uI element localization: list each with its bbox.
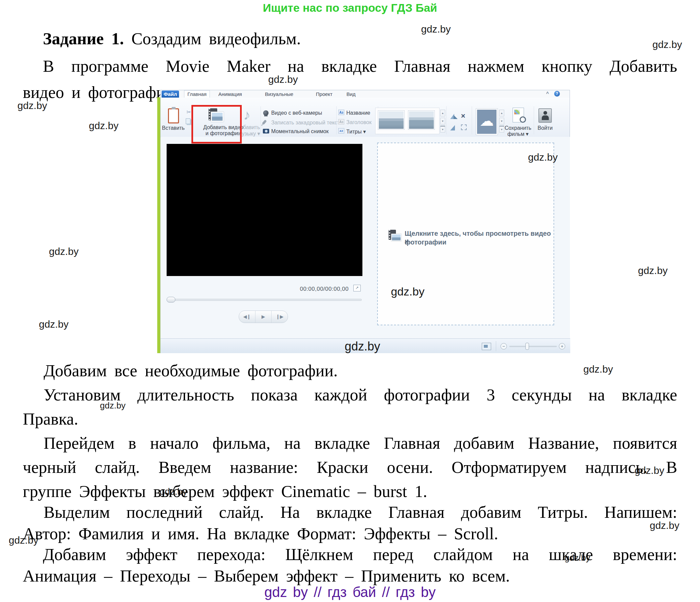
tab-project[interactable]: Проект bbox=[314, 91, 334, 97]
paragraph-line: В программе Movie Maker на вкладке Главн… bbox=[43, 56, 677, 76]
webcam-icon[interactable] bbox=[263, 110, 269, 116]
watermark: gdz.by bbox=[638, 265, 668, 276]
scanned-solution-page: Ищите нас по запросу ГДЗ Бай gdz.by gdz.… bbox=[0, 0, 700, 602]
remove-icon[interactable]: × bbox=[461, 112, 465, 120]
copy-icon[interactable] bbox=[186, 118, 191, 124]
select-icon[interactable] bbox=[461, 124, 467, 130]
automovie-theme-thumbnail[interactable] bbox=[408, 110, 435, 130]
watermark: gdz.by bbox=[583, 364, 613, 375]
media-filmstrip-icon bbox=[389, 230, 401, 241]
previous-frame-button[interactable]: ◀❙ bbox=[239, 311, 255, 322]
storyboard-view-icon[interactable] bbox=[482, 343, 491, 350]
watermark: gdz.by bbox=[345, 339, 380, 354]
annotation-highlight-box bbox=[192, 105, 242, 144]
paragraph-line: черный слайд. Введем название: Краски ос… bbox=[23, 457, 677, 477]
zoom-slider-handle[interactable] bbox=[525, 343, 529, 350]
theme-preview-image bbox=[379, 111, 404, 129]
paragraph-line: Анимация – Переходы – Выберем эффект – П… bbox=[23, 566, 510, 585]
tab-home[interactable]: Главная bbox=[184, 90, 210, 98]
credits-button[interactable]: Титры ▾ bbox=[346, 128, 366, 135]
person-head bbox=[544, 111, 547, 115]
rotate-left-icon-part bbox=[454, 115, 458, 119]
paragraph-line: группе Эффекты выберем эффект Cinematic … bbox=[23, 482, 427, 501]
fullscreen-icon[interactable]: ↗ bbox=[353, 285, 361, 291]
help-icon[interactable]: ? bbox=[554, 91, 560, 97]
window-edge-highlight bbox=[157, 97, 160, 353]
title-icon[interactable]: Аз bbox=[338, 110, 344, 115]
save-movie-icon[interactable] bbox=[512, 107, 524, 122]
themes-more-icon[interactable]: ▼ bbox=[440, 126, 445, 133]
zoom-slider-track[interactable] bbox=[509, 346, 557, 347]
tab-animation[interactable]: Анимация bbox=[217, 91, 244, 97]
play-button[interactable]: ▶ bbox=[255, 311, 272, 322]
movie-maker-screenshot: Файл Главная Анимация Визуальные эффекты… bbox=[160, 90, 570, 353]
zoom-in-button[interactable]: + bbox=[559, 343, 565, 350]
title-button[interactable]: Название bbox=[346, 110, 371, 116]
watermark: gdz.by bbox=[391, 285, 424, 298]
task-title-text: Создадим видеофильм. bbox=[131, 29, 301, 48]
group-separator bbox=[534, 106, 534, 135]
record-narration-button[interactable]: Записать закадровый текст ▾ bbox=[271, 119, 344, 126]
ribbon-tab-bar: Файл Главная Анимация Визуальные эффекты… bbox=[160, 90, 570, 98]
seek-handle[interactable] bbox=[167, 297, 175, 303]
group-separator bbox=[336, 106, 336, 135]
paragraph-line: Установим длительность показа каждой фот… bbox=[44, 385, 677, 405]
tab-file[interactable]: Файл bbox=[161, 91, 179, 98]
photo-icon bbox=[391, 234, 401, 241]
playback-time: 00:00,00/00:00,00 bbox=[272, 286, 349, 292]
onedrive-icon[interactable]: ☁ bbox=[476, 108, 498, 135]
collapse-ribbon-icon[interactable]: ^ bbox=[546, 91, 549, 96]
paragraph-line: Добавим эффект перехода: Щёлкнем перед с… bbox=[43, 545, 677, 564]
automovie-theme-thumbnail[interactable] bbox=[378, 110, 405, 130]
group-separator bbox=[260, 106, 261, 135]
music-note-icon[interactable]: ♪ bbox=[243, 107, 250, 123]
paragraph-line: Автор: Фамилия и имя. На вкладке Формат:… bbox=[23, 524, 498, 543]
task-title-number: Задание 1. bbox=[43, 29, 124, 48]
paste-icon[interactable] bbox=[168, 108, 179, 123]
cut-icon[interactable]: ✂ bbox=[186, 109, 191, 116]
playback-controls: ◀❙ ▶ ❙▶ bbox=[239, 311, 288, 323]
watermark: gdz.by bbox=[652, 39, 682, 50]
promo-header: Ищите нас по запросу ГДЗ Бай bbox=[0, 1, 700, 15]
save-movie-button[interactable]: Сохранить bbox=[504, 125, 531, 131]
sign-in-icon[interactable] bbox=[539, 108, 552, 123]
drop-hint-text-line2: фотографии bbox=[405, 238, 446, 246]
sign-in-button[interactable]: Войти bbox=[538, 125, 553, 131]
rotate-right-icon[interactable] bbox=[450, 125, 455, 130]
group-separator bbox=[472, 106, 472, 135]
magnifier-icon bbox=[520, 116, 526, 123]
caption-button[interactable]: Заголовок bbox=[346, 119, 372, 125]
paragraph-line: Перейдем в начало фильма, на вкладке Гла… bbox=[44, 433, 677, 453]
zoom-out-button[interactable]: − bbox=[501, 343, 507, 350]
paragraph-line: Правка. bbox=[23, 409, 78, 429]
status-separator bbox=[496, 341, 496, 351]
snapshot-button[interactable]: Моментальный снимок bbox=[271, 128, 328, 135]
preview-monitor bbox=[167, 144, 362, 276]
watermark: gdz.by bbox=[39, 319, 68, 330]
tab-view[interactable]: Вид bbox=[344, 91, 358, 97]
tab-visual-effects[interactable]: Визуальные эффекты bbox=[255, 91, 303, 97]
webcam-video-button[interactable]: Видео с веб-камеры bbox=[271, 110, 322, 116]
paragraph-line: видео и фотографии: bbox=[23, 82, 179, 102]
themes-scroll-up-icon[interactable]: ▲ bbox=[440, 110, 445, 116]
paste-button[interactable]: Вставить bbox=[162, 125, 185, 131]
share-scroll-up-icon[interactable]: ▲ bbox=[499, 110, 504, 116]
watermark: gdz.by bbox=[421, 23, 451, 35]
share-scroll-down-icon[interactable]: ▼ bbox=[499, 118, 504, 124]
watermark: gdz.by bbox=[89, 120, 118, 131]
group-separator bbox=[446, 106, 447, 135]
theme-preview-image bbox=[409, 111, 434, 129]
automovie-themes-panel bbox=[375, 107, 440, 134]
save-movie-button-line2[interactable]: фильм ▾ bbox=[507, 131, 528, 137]
camera-icon[interactable] bbox=[263, 129, 269, 134]
workspace: 00:00,00/00:00,00 ↗ ◀❙ ▶ ❙▶ Щелкните зде… bbox=[161, 137, 570, 338]
next-frame-button[interactable]: ❙▶ bbox=[271, 311, 288, 322]
watermark: gdz.by bbox=[49, 246, 78, 257]
microphone-icon[interactable] bbox=[262, 120, 267, 125]
themes-scroll-down-icon[interactable]: ▼ bbox=[440, 118, 445, 124]
caption-icon[interactable]: Аз bbox=[338, 119, 344, 124]
seek-bar[interactable] bbox=[167, 299, 362, 301]
share-more-icon[interactable]: ▼ bbox=[499, 126, 504, 133]
credits-icon[interactable]: АЗ bbox=[338, 128, 344, 134]
ribbon: Вставить ✂ Буфер Добавить видео и фотогр… bbox=[160, 98, 570, 137]
